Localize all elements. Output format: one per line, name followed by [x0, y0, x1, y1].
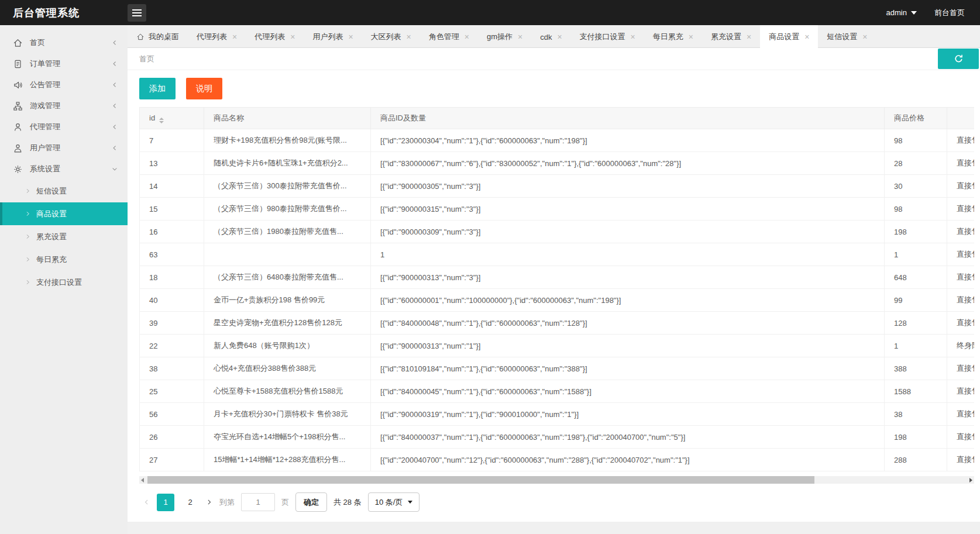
table-row[interactable]: 27 15增幅*1+14增幅*12+288充值积分售... [{"id":"20…	[140, 449, 975, 471]
tab-label: 用户列表	[312, 32, 343, 42]
sidebar-item[interactable]: 公告管理	[0, 74, 128, 95]
chevron-right-icon	[25, 279, 31, 285]
sidebar-item[interactable]: 代理管理	[0, 116, 128, 137]
total-count: 共 28 条	[333, 497, 362, 508]
column-header-id[interactable]: id	[140, 108, 204, 129]
page-number-button[interactable]: 1	[157, 494, 174, 511]
tab[interactable]: gm操作 ×	[478, 25, 531, 49]
refresh-button[interactable]	[938, 49, 979, 69]
cell-name: 月卡+充值积分30+门票特权卡 售价38元	[204, 403, 371, 426]
close-icon[interactable]: ×	[407, 33, 411, 41]
sidebar-item[interactable]: 订单管理	[0, 53, 128, 74]
tab[interactable]: 角色管理 ×	[420, 25, 478, 49]
tab[interactable]: 大区列表 ×	[362, 25, 420, 49]
tab[interactable]: 商品设置 ×	[760, 25, 818, 49]
chevron-icon	[111, 39, 118, 46]
game-icon	[13, 101, 23, 111]
cell-price: 38	[885, 403, 947, 426]
sidebar-toggle-button[interactable]	[128, 4, 146, 22]
tab[interactable]: 每日累充 ×	[644, 25, 702, 49]
tab[interactable]: cdk ×	[531, 25, 570, 49]
table-row[interactable]: 15 （父亲节三倍）980泰拉附带充值售价... [{"id":"9000003…	[140, 198, 975, 221]
admin-dropdown[interactable]: admin	[886, 8, 917, 17]
tab[interactable]: 我的桌面	[128, 25, 188, 49]
add-button[interactable]: 添加	[139, 78, 176, 99]
cell-items: [{"id":"900000319","num":"1"},{"id":"900…	[371, 403, 885, 426]
next-page-icon[interactable]	[205, 498, 213, 506]
close-icon[interactable]: ×	[862, 33, 867, 41]
page-number-button[interactable]: 2	[181, 494, 199, 511]
sidebar-subitem[interactable]: 累充设置	[0, 225, 128, 248]
table-row[interactable]: 16 （父亲节三倍）1980泰拉附带充值售... [{"id":"9000003…	[140, 221, 975, 243]
breadcrumb: 首页	[128, 48, 980, 70]
sidebar-item[interactable]: 系统设置	[0, 159, 128, 180]
tab[interactable]: 代理列表 ×	[188, 25, 246, 49]
chevron-right-icon	[25, 256, 31, 263]
scrollbar-thumb[interactable]	[147, 476, 814, 484]
table-row[interactable]: 56 月卡+充值积分30+门票特权卡 售价38元 [{"id":"9000003…	[140, 403, 975, 426]
sidebar-item[interactable]: 首页	[0, 32, 128, 53]
table-row[interactable]: 14 （父亲节三倍）300泰拉附带充值售价... [{"id":"9000003…	[140, 175, 975, 198]
breadcrumb-item-home[interactable]: 首页	[139, 54, 154, 64]
table-row[interactable]: 40 金币一亿+贵族积分198 售价99元 [{"id":"600000001"…	[140, 289, 975, 312]
table-row[interactable]: 26 夺宝光环自选+14增幅5个+198积分售... [{"id":"84000…	[140, 426, 975, 449]
table-row[interactable]: 39 星空史诗宠物+充值积分128售价128元 [{"id":"84000004…	[140, 312, 975, 335]
scroll-right-icon[interactable]	[969, 478, 972, 483]
sidebar-subitem[interactable]: 每日累充	[0, 248, 128, 271]
cell-items: [{"id":"230000304","num":"1"},{"id":"600…	[371, 129, 885, 152]
table-row[interactable]: 22 新人免费648（账号限购1次） [{"id":"900000313","n…	[140, 335, 975, 357]
tab-bar: 我的桌面 代理列表 × 代理列表 × 用户列表 × 大区列表 × 角色管理 × …	[128, 25, 980, 48]
cell-mode: 直接售卖	[947, 198, 975, 221]
tab[interactable]: 短信设置 ×	[818, 25, 876, 49]
tab[interactable]: 支付接口设置 ×	[571, 25, 644, 49]
goto-page-input[interactable]	[241, 493, 275, 511]
sidebar-subitem[interactable]: 商品设置	[0, 202, 128, 225]
frontend-home-link[interactable]: 前台首页	[934, 8, 965, 18]
confirm-button[interactable]: 确定	[295, 492, 327, 512]
table-row[interactable]: 18 （父亲节三倍）6480泰拉附带充值售... [{"id":"9000003…	[140, 266, 975, 289]
close-icon[interactable]: ×	[631, 33, 635, 41]
close-icon[interactable]: ×	[232, 33, 237, 41]
settings-icon	[13, 164, 23, 174]
tab[interactable]: 用户列表 ×	[304, 25, 362, 49]
close-icon[interactable]: ×	[465, 33, 469, 41]
scroll-left-icon[interactable]	[141, 478, 144, 483]
page-size-select[interactable]: 10 条/页	[368, 492, 420, 512]
close-icon[interactable]: ×	[747, 33, 751, 41]
cell-name: 心悦4+充值积分388售价388元	[204, 357, 371, 380]
close-icon[interactable]: ×	[348, 33, 353, 41]
close-icon[interactable]: ×	[290, 33, 295, 41]
chevron-icon	[111, 166, 118, 173]
close-icon[interactable]: ×	[689, 33, 693, 41]
tab-label: 短信设置	[827, 32, 857, 42]
info-button[interactable]: 说明	[186, 78, 222, 99]
horizontal-scrollbar[interactable]	[139, 476, 974, 484]
cell-id: 26	[140, 426, 204, 449]
tab[interactable]: 累充设置 ×	[702, 25, 760, 49]
cell-mode: 直接售卖	[947, 449, 975, 471]
close-icon[interactable]: ×	[557, 33, 562, 41]
sidebar-item[interactable]: 游戏管理	[0, 95, 128, 116]
tab[interactable]: 代理列表 ×	[246, 25, 304, 49]
cell-id: 18	[140, 266, 204, 289]
sidebar-subitem[interactable]: 支付接口设置	[0, 271, 128, 294]
sidebar-subitem[interactable]: 短信设置	[0, 180, 128, 202]
close-icon[interactable]: ×	[518, 33, 522, 41]
table-row[interactable]: 63 1 1 直接售卖	[140, 243, 975, 266]
table-row[interactable]: 38 心悦4+充值积分388售价388元 [{"id":"810109184",…	[140, 357, 975, 380]
table-row[interactable]: 7 理财卡+198充值积分售价98元(账号限... [{"id":"230000…	[140, 129, 975, 152]
sidebar-item[interactable]: 用户管理	[0, 137, 128, 159]
table-row[interactable]: 13 随机史诗卡片6+随机宝珠1+充值积分2... [{"id":"830000…	[140, 152, 975, 175]
table-row[interactable]: 25 心悦至尊卡+1588充值积分售价1588元 [{"id":"8400000…	[140, 380, 975, 403]
cell-id: 13	[140, 152, 204, 175]
sort-icon[interactable]	[159, 118, 164, 123]
page-numbers: 12	[157, 494, 199, 511]
cell-name: （父亲节三倍）6480泰拉附带充值售...	[204, 266, 371, 289]
close-icon[interactable]: ×	[804, 33, 809, 41]
sidebar: 首页 订单管理 公告管理 游戏管理 代理管理 用户管理 系统设置 短信设置 商品…	[0, 25, 128, 534]
chevron-icon	[111, 123, 118, 130]
column-header-price: 商品价格	[885, 108, 947, 129]
column-header-items: 商品ID及数量	[371, 108, 885, 129]
column-header-mode	[947, 108, 975, 129]
prev-page-icon[interactable]	[143, 498, 150, 506]
